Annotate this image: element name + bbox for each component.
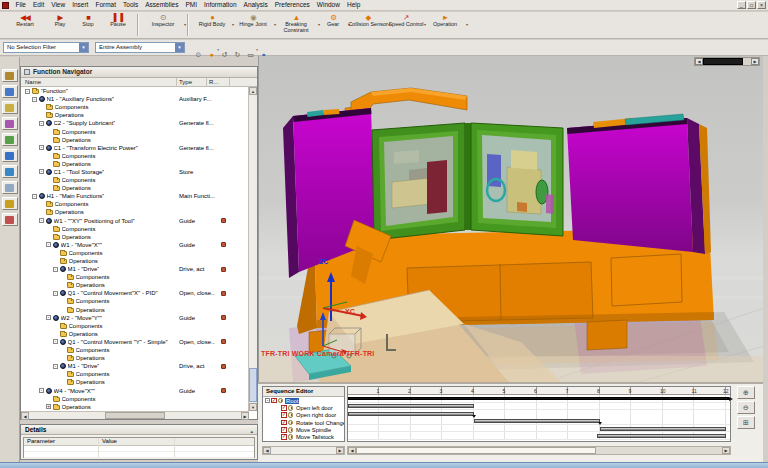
shaded-view-icon[interactable]: ●: [259, 43, 268, 52]
gantt-row[interactable]: [348, 410, 730, 418]
toolbar-button-rigid-body[interactable]: ● Rigid Body ▾: [192, 13, 232, 38]
tree-expander-icon[interactable]: -: [53, 291, 58, 296]
close-button[interactable]: ×: [757, 1, 766, 9]
menu-item[interactable]: Insert: [69, 0, 92, 10]
tree-row[interactable]: Operations: [21, 111, 249, 119]
tree-expander-icon[interactable]: -: [265, 398, 270, 403]
tree-row[interactable]: Operations: [21, 306, 249, 314]
toolbar-button-breaking-constraint[interactable]: ▲ Breaking Constraint ▾: [274, 13, 318, 38]
tree-row[interactable]: Components: [21, 127, 249, 135]
gantt-row[interactable]: [348, 418, 730, 426]
column-header-name[interactable]: Name: [25, 78, 41, 86]
column-header-parameter[interactable]: Parameter: [27, 438, 55, 445]
checkbox-icon[interactable]: ✓: [281, 412, 287, 418]
gantt-row[interactable]: [348, 433, 730, 441]
scroll-left-icon[interactable]: ◀: [263, 447, 271, 454]
machine-3d-model[interactable]: [259, 56, 763, 382]
resource-tab-5[interactable]: [2, 133, 18, 146]
scroll-right-icon[interactable]: ▶: [336, 447, 344, 454]
tree-expander-icon[interactable]: +: [46, 404, 51, 409]
tree-row[interactable]: Components: [21, 370, 249, 378]
graphics-viewport[interactable]: ZC XC TFR-TRI WORK Camera TFR-TRI ◀ ▶: [258, 56, 763, 382]
tree-row[interactable]: Operations: [21, 281, 249, 289]
toolbar-button-gear[interactable]: ⚙ Gear ▾: [318, 13, 348, 38]
scroll-left-icon[interactable]: ◀: [348, 447, 356, 454]
viewport-scrollbar[interactable]: ◀ ▶: [694, 57, 760, 66]
tree-row[interactable]: Components: [21, 395, 249, 403]
tree-expander-icon[interactable]: -: [25, 89, 30, 94]
resource-tab-6[interactable]: [2, 149, 18, 162]
sequence-row[interactable]: ✓ Rotate tool Changer: [263, 419, 344, 426]
scroll-right-icon[interactable]: ▶: [241, 412, 249, 420]
tree-row[interactable]: - C1 - "Tool Storage" Store: [21, 168, 249, 176]
tree-row[interactable]: - Q1 - "Control Movement "Y" - Simple" O…: [21, 338, 249, 346]
selection-scope-combo[interactable]: Entire Assembly ▾: [95, 42, 185, 53]
tree-row[interactable]: Operations: [21, 330, 249, 338]
resource-tab-9[interactable]: [2, 197, 18, 210]
tree-row[interactable]: - M1 - "Drive" Drive, act: [21, 265, 249, 273]
zoom-fit-button[interactable]: ⊞: [737, 416, 755, 429]
menu-item[interactable]: Help: [343, 0, 363, 10]
sequence-row[interactable]: ✓ Move Spindle: [263, 426, 344, 433]
dropdown-caret-icon[interactable]: ▾: [217, 48, 219, 52]
tree-row[interactable]: Components: [21, 152, 249, 160]
tree-expander-icon[interactable]: -: [39, 218, 44, 223]
gantt-bar[interactable]: [474, 419, 600, 423]
tree-row[interactable]: - N1 - "Auxiliary Functions" Auxiliary F…: [21, 95, 249, 103]
checkbox-icon[interactable]: ✓: [281, 434, 287, 440]
tree-row[interactable]: - C1 - "Transform Electric Power" Genera…: [21, 144, 249, 152]
sequence-row[interactable]: ✓ Open right door: [263, 412, 344, 419]
tree-row[interactable]: - Q1 - "Control Movement"X" - PID" Open,…: [21, 289, 249, 297]
toolbar-button-hinge-joint[interactable]: ◉ Hinge Joint ▾: [232, 13, 274, 38]
tree-expander-icon[interactable]: -: [39, 145, 44, 150]
menu-item[interactable]: Analysis: [240, 0, 271, 10]
selection-ball-icon[interactable]: ● ▾: [207, 43, 216, 52]
tree-expander-icon[interactable]: -: [39, 121, 44, 126]
sequence-row[interactable]: - ✓ Root: [263, 397, 344, 404]
tree-row[interactable]: Components: [21, 249, 249, 257]
scroll-left-icon[interactable]: ◀: [695, 58, 703, 65]
tree-row[interactable]: Operations: [21, 208, 249, 216]
menu-item[interactable]: Preferences: [271, 0, 313, 10]
dropdown-caret-icon[interactable]: ▾: [466, 22, 468, 27]
dropdown-caret-icon[interactable]: ▾: [256, 48, 258, 52]
minimize-button[interactable]: _: [737, 1, 746, 9]
sequence-row[interactable]: ✓ Open left door: [263, 404, 344, 411]
scroll-right-icon[interactable]: ▶: [722, 447, 730, 454]
tree-row[interactable]: Operations: [21, 233, 249, 241]
gantt-row[interactable]: [348, 425, 730, 433]
scroll-right-icon[interactable]: ▶: [751, 58, 759, 65]
details-header[interactable]: Details ▴: [21, 425, 257, 435]
checkbox-icon[interactable]: ✓: [281, 405, 287, 411]
tree-row[interactable]: Components: [21, 103, 249, 111]
scrollbar-thumb[interactable]: [249, 368, 257, 402]
scrollbar-thumb[interactable]: [356, 447, 596, 454]
gantt-time-ruler[interactable]: 123456789101112: [348, 387, 730, 395]
tree-expander-icon[interactable]: -: [39, 169, 44, 174]
tree-expander-icon[interactable]: -: [53, 267, 58, 272]
tree-row[interactable]: Components: [21, 273, 249, 281]
zoom-out-button[interactable]: ⊖: [737, 401, 755, 414]
tree-row[interactable]: Components: [21, 225, 249, 233]
navigator-horizontal-scrollbar[interactable]: ◀ ▶: [21, 411, 249, 419]
scroll-up-icon[interactable]: ▲: [249, 87, 257, 95]
tree-row[interactable]: - H1 - "Main Functions" Main Functi...: [21, 192, 249, 200]
resource-tab-10[interactable]: [2, 213, 18, 226]
tree-row[interactable]: Components: [21, 176, 249, 184]
toolbar-button-stop[interactable]: ■ Stop: [74, 13, 102, 38]
toolbar-button-play[interactable]: ▶ Play: [46, 13, 74, 38]
menu-item[interactable]: PMI: [182, 0, 201, 10]
menu-item[interactable]: Information: [201, 0, 241, 10]
tree-row[interactable]: Components: [21, 297, 249, 305]
zoom-in-button[interactable]: ⊕: [737, 386, 755, 399]
resource-tab-2[interactable]: [2, 85, 18, 98]
rectangle-select-icon[interactable]: ▭ ▾: [246, 43, 255, 52]
menu-item[interactable]: Assemblies: [142, 0, 182, 10]
tree-row[interactable]: Operations: [21, 136, 249, 144]
tree-expander-icon[interactable]: -: [46, 242, 51, 247]
tree-expander-icon[interactable]: -: [46, 315, 51, 320]
menu-item[interactable]: File: [12, 0, 29, 10]
tree-expander-icon[interactable]: -: [32, 97, 37, 102]
navigator-vertical-scrollbar[interactable]: ▲ ▼: [248, 87, 257, 411]
menu-item[interactable]: Format: [92, 0, 120, 10]
